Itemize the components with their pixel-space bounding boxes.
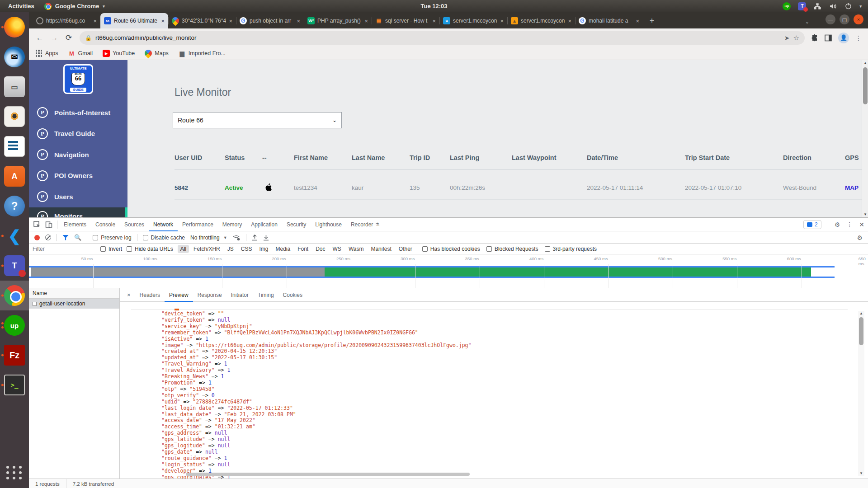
tab-close-icon[interactable]: × [161,18,165,24]
search-icon[interactable]: 🔍 [74,234,81,241]
dock-item-writer[interactable] [0,131,29,161]
filter-type-js[interactable]: JS [225,245,236,253]
devtools-tab-sources[interactable]: Sources [120,218,149,231]
requests-name-header[interactable]: Name [29,288,119,299]
import-har-icon[interactable] [252,235,258,241]
preview-scrollbar[interactable]: ▲ ▼ [858,311,864,476]
devtools-tab-lighthouse[interactable]: Lighthouse [311,218,346,231]
devtools-tab-network[interactable]: Network [149,218,178,231]
table-header-cell[interactable]: Last Name [352,154,410,161]
back-button[interactable]: ← [33,32,46,44]
preview-scrollbar-thumb[interactable] [859,317,863,345]
network-overview-timeline[interactable]: 50 ms100 ms150 ms200 ms250 ms300 ms350 m… [29,255,868,290]
preview-horizontal-scrollbar-thumb[interactable] [186,473,470,476]
network-icon[interactable] [813,2,821,10]
table-header-cell[interactable]: User UID [175,154,225,161]
table-header-cell[interactable]: Last Waypoint [512,154,587,161]
dock-item-teams[interactable]: T [0,251,29,281]
dock-item-thunderbird[interactable]: ✉ [0,42,29,72]
invert-checkbox[interactable]: Invert [100,246,122,252]
filter-type-fetch-xhr[interactable]: Fetch/XHR [191,245,223,253]
dock-item-vscode[interactable]: ❮ [0,221,29,251]
devtools-tab-performance[interactable]: Performance [178,218,218,231]
tab-close-icon[interactable]: × [568,18,571,24]
dock-item-archive[interactable] [0,72,29,102]
dock-item-filezilla[interactable]: Fz [0,340,29,370]
devtools-tab-memory[interactable]: Memory [218,218,246,231]
activities-button[interactable]: Activities [8,3,34,9]
filter-type-css[interactable]: CSS [238,245,255,253]
devtools-tab-application[interactable]: Application [246,218,282,231]
extensions-puzzle-icon[interactable] [811,34,818,42]
teams-tray-icon[interactable]: T [798,2,806,10]
sidebar-item-navigation[interactable]: P Navigation [29,144,127,165]
sidebar-item-travel-guide[interactable]: P Travel Guide [29,123,127,145]
upwork-tray-icon[interactable]: up [783,2,791,10]
devtools-close-icon[interactable]: ✕ [859,221,864,228]
browser-tab[interactable]: 30°42'31.0"N 76°4 × [168,13,236,28]
devtools-tab-security[interactable]: Security [282,218,311,231]
dock-item-help[interactable]: ? [0,191,29,221]
scroll-up-icon[interactable]: ▲ [863,61,867,65]
tab-close-icon[interactable]: × [432,18,436,24]
app-menu-title[interactable]: Google Chrome [55,3,99,9]
filter-type-ws[interactable]: WS [330,245,344,253]
dock-item-software[interactable]: A [0,161,29,191]
filter-type-all[interactable]: All [178,245,189,253]
bookmark-imported-fro-[interactable]: ▆Imported Fro... [179,50,226,57]
hide-data-urls-checkbox[interactable]: Hide data URLs [127,246,173,252]
filter-type-other[interactable]: Other [396,245,415,253]
dock-item-terminal[interactable]: >_ [0,370,29,400]
browser-tab[interactable]: ▴ server1.mccoycon × [507,13,575,28]
send-to-device-icon[interactable]: ➤ [784,34,790,42]
detail-tab-headers[interactable]: Headers [135,288,165,302]
table-header-cell[interactable]: Date/Time [587,154,685,161]
filter-type-wasm[interactable]: Wasm [346,245,367,253]
browser-tab[interactable]: W³ PHP array_push() × [304,13,372,28]
record-button[interactable] [34,235,40,240]
sidebar-item-points-of-interest[interactable]: P Points-of-Interest [29,102,127,123]
browser-tab[interactable]: » server1.mccoycon × [439,13,507,28]
scroll-up-icon[interactable]: ▲ [859,311,863,315]
volume-icon[interactable] [829,2,837,10]
table-cell[interactable]: MAP [845,184,862,191]
dock-item-chrome[interactable] [0,281,29,310]
tab-search-chevron-icon[interactable]: ⌄ [805,19,809,25]
scroll-down-icon[interactable]: ▼ [863,212,867,216]
page-scrollbar[interactable]: ▲ ▼ [862,60,868,217]
route66-logo[interactable]: ULTIMATE ROUTE 66 GUIDE [63,64,93,94]
window-minimize-button[interactable]: — [826,14,835,24]
dock-item-firefox[interactable] [0,12,29,42]
devtools-menu-icon[interactable]: ⋮ [846,221,853,228]
bookmark-gmail[interactable]: MGmail [68,50,93,57]
forward-button[interactable]: → [48,32,61,44]
inspect-element-icon[interactable] [33,221,41,228]
filter-flag-3rd-party-requests[interactable]: 3rd-party requests [545,246,597,252]
detail-tab-response[interactable]: Response [193,288,226,302]
throttling-select[interactable]: No throttling ▼ [190,235,227,241]
url-text[interactable]: rt66ug.com/admin/public/live_monitor [95,34,781,41]
clear-network-log-icon[interactable] [45,235,51,240]
detail-close-icon[interactable]: × [123,291,134,298]
dock-item-upwork[interactable]: up [0,310,29,340]
sidebar-item-poi-owners[interactable]: P POI Owners [29,165,127,187]
lock-icon[interactable]: 🔒 [85,35,92,41]
tab-close-icon[interactable]: × [500,18,504,24]
preserve-log-checkbox[interactable]: Preserve log [93,235,131,241]
filter-flag-blocked-requests[interactable]: Blocked Requests [486,246,538,252]
detail-tab-preview[interactable]: Preview [165,288,193,302]
tab-close-icon[interactable]: × [93,18,97,24]
power-icon[interactable] [844,2,852,10]
window-close-button[interactable]: × [854,14,863,24]
disable-cache-checkbox[interactable]: Disable cache [143,235,185,241]
address-bar[interactable]: 🔒 rt66ug.com/admin/public/live_monitor ➤… [80,31,805,45]
new-tab-button[interactable]: + [646,14,658,27]
detail-tab-initiator[interactable]: Initiator [226,288,253,302]
table-header-cell[interactable]: Trip Start Date [685,154,783,161]
browser-tab[interactable]: ≣ sql server - How t × [372,13,439,28]
table-header-cell[interactable]: -- [262,154,294,161]
devtools-settings-icon[interactable]: ⚙ [835,221,840,228]
table-header-cell[interactable]: First Name [294,154,352,161]
detail-tab-cookies[interactable]: Cookies [278,288,307,302]
devtools-tab-elements[interactable]: Elements [59,218,91,231]
